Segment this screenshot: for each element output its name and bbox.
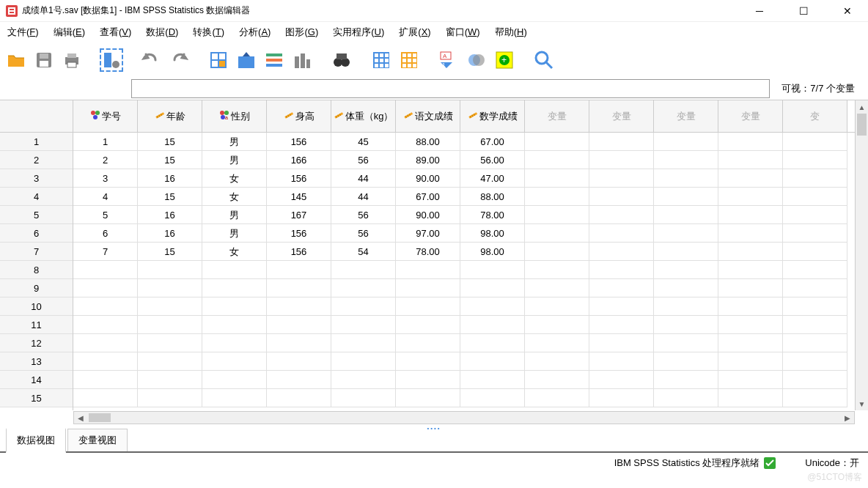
cell[interactable] [138,352,202,371]
cell[interactable]: 88.00 [396,133,460,151]
row-number[interactable]: 10 [0,297,73,316]
row-number[interactable]: 12 [0,334,73,352]
corner-cell[interactable] [0,100,73,133]
cell[interactable] [718,261,783,279]
goto-variable-button[interactable] [235,48,258,72]
vertical-scroll-thumb[interactable] [857,114,867,136]
cell[interactable] [525,316,589,334]
cell[interactable]: 5 [73,206,138,224]
cell[interactable] [525,243,589,261]
cell[interactable] [654,297,718,316]
cell[interactable] [783,188,847,206]
cell[interactable]: 156 [267,133,331,151]
cell[interactable] [331,371,396,389]
cell[interactable] [589,133,654,151]
cell[interactable] [589,188,654,206]
find-button[interactable] [330,48,353,72]
cell[interactable] [718,279,783,297]
minimize-button[interactable]: ─ [745,2,774,20]
cell[interactable] [267,279,331,297]
cell[interactable]: 156 [267,169,331,188]
cell[interactable]: 89.00 [396,151,460,169]
goto-case-button[interactable] [207,48,230,72]
cell[interactable]: 56 [331,206,396,224]
cell[interactable] [718,389,783,407]
cell[interactable] [267,316,331,334]
column-header-4[interactable]: 体重（kg） [331,100,396,132]
cell[interactable] [460,279,525,297]
cell[interactable]: 47.00 [460,169,525,188]
vertical-scrollbar[interactable]: ▲ ▼ [855,100,868,410]
cell[interactable]: 2 [73,151,138,169]
cell[interactable]: 6 [73,224,138,243]
cell[interactable]: 16 [138,224,202,243]
cell[interactable] [783,316,847,334]
maximize-button[interactable]: ☐ [789,2,818,20]
cell[interactable]: 男 [202,224,267,243]
cell[interactable] [718,133,783,151]
redo-button[interactable] [167,48,191,72]
cell[interactable] [654,279,718,297]
cell[interactable] [589,389,654,407]
menu-extensions[interactable]: 扩展(X) [399,26,430,39]
cell[interactable]: 男 [202,133,267,151]
cell[interactable]: 16 [138,206,202,224]
menu-transform[interactable]: 转换(T) [193,26,224,39]
row-number[interactable]: 4 [0,188,73,206]
row-number[interactable]: 15 [0,389,73,407]
cell[interactable] [267,334,331,352]
cell[interactable] [654,371,718,389]
insert-variable-button[interactable] [397,48,421,72]
row-number[interactable]: 3 [0,169,73,188]
cell[interactable] [718,297,783,316]
cell[interactable]: 女 [202,169,267,188]
cell[interactable] [654,261,718,279]
run-descriptives-button[interactable] [290,48,314,72]
menu-view[interactable]: 查看(V) [100,26,131,39]
menu-utilities[interactable]: 实用程序(U) [333,26,384,39]
cell[interactable]: 男 [202,206,267,224]
cell[interactable] [396,297,460,316]
column-header-2[interactable]: a性别 [202,100,267,132]
cell[interactable] [654,316,718,334]
scroll-up-arrow[interactable]: ▲ [856,100,868,114]
column-header-empty[interactable]: 变 [783,100,847,132]
cell[interactable]: 男 [202,151,267,169]
cell[interactable] [718,151,783,169]
cell[interactable] [73,389,138,407]
cell[interactable]: 56 [331,151,396,169]
cell[interactable]: 15 [138,133,202,151]
cell[interactable] [718,224,783,243]
cell[interactable] [783,389,847,407]
cell[interactable] [202,371,267,389]
cell[interactable] [654,188,718,206]
cell[interactable] [525,133,589,151]
cell[interactable] [718,316,783,334]
cell[interactable] [138,261,202,279]
cell[interactable] [783,297,847,316]
cell[interactable] [718,188,783,206]
cell[interactable]: 女 [202,243,267,261]
cell[interactable] [73,279,138,297]
cell[interactable] [589,334,654,352]
cell[interactable] [73,352,138,371]
cell[interactable] [525,279,589,297]
cell[interactable]: 56 [331,224,396,243]
cell[interactable] [654,206,718,224]
horizontal-scrollbar[interactable]: ◀ ▶ [73,411,855,424]
cell[interactable] [525,389,589,407]
cell[interactable] [460,297,525,316]
cell[interactable]: 54 [331,243,396,261]
cell[interactable]: 16 [138,169,202,188]
cell[interactable]: 67.00 [396,188,460,206]
cell[interactable] [331,352,396,371]
name-box[interactable] [6,79,127,98]
scroll-right-arrow[interactable]: ▶ [841,412,854,424]
column-header-empty[interactable]: 变量 [718,100,783,132]
cell[interactable] [525,224,589,243]
column-header-empty[interactable]: 变量 [654,100,718,132]
menu-file[interactable]: 文件(F) [7,26,39,39]
pane-resize-handle[interactable]: •••• [0,425,868,431]
formula-input[interactable] [131,79,770,98]
cell[interactable] [718,169,783,188]
